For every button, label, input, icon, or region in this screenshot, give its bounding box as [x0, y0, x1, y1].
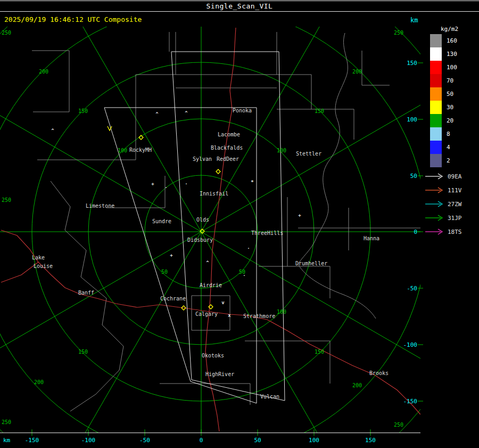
- legend-level-value: 160: [447, 37, 457, 44]
- x-axis-tick-label: -100: [81, 437, 96, 444]
- legend-level-row: 4: [430, 141, 457, 154]
- legend-level-value: 2: [447, 157, 450, 164]
- y-axis-tick-label: -150: [398, 398, 417, 405]
- legend-level-row: 8: [430, 127, 457, 141]
- y-axis-tick-label: -100: [398, 341, 417, 348]
- legend-level-value: 8: [447, 131, 450, 137]
- x-axis-tick-label: 0: [200, 437, 203, 444]
- legend-level-row: 160: [430, 34, 457, 47]
- y-axis-tick-label: -50: [398, 285, 417, 292]
- radar-map-canvas[interactable]: [0, 0, 479, 448]
- x-axis-tick-label: -150: [25, 437, 39, 444]
- x-axis-tick-label: 100: [309, 437, 319, 444]
- radar-viewer-window: Single_Scan_VIL 2025/09/19 16:46:12 UTC …: [0, 0, 479, 448]
- radar-site-row: 27ZW: [425, 197, 462, 211]
- legend-color-swatch: [430, 74, 442, 87]
- x-axis-tick-label: -50: [139, 437, 150, 444]
- range-ring: [0, 6, 427, 448]
- site-arrow-icon: [425, 229, 445, 235]
- color-scale-legend: 16013010070503020842: [430, 34, 457, 167]
- range-rings: [0, 0, 479, 448]
- legend-level-row: 2: [430, 154, 457, 167]
- station-markers: [108, 126, 220, 310]
- legend-level-value: 100: [447, 64, 457, 71]
- radar-site-legend: 09EA111V27ZW31JP18TS: [425, 169, 462, 239]
- legend-level-value: 20: [447, 117, 453, 124]
- legend-level-row: 20: [430, 114, 457, 127]
- bottom-axis-line: [0, 433, 420, 433]
- town-diamond-marker: [216, 169, 220, 174]
- radar-site-id: 18TS: [448, 229, 462, 235]
- legend-color-swatch: [430, 154, 442, 167]
- y-axis-tick-label: 0: [398, 229, 417, 235]
- legend-unit-label: kg/m2: [441, 26, 458, 32]
- x-axis-tick-label: 150: [365, 437, 376, 444]
- legend-level-value: 70: [447, 77, 453, 84]
- site-arrow-icon: [425, 215, 445, 221]
- legend-level-row: 30: [430, 101, 457, 114]
- legend-level-row: 70: [430, 74, 457, 87]
- legend-level-row: 100: [430, 61, 457, 74]
- axis-ticks: [32, 63, 423, 436]
- highways: [1, 28, 420, 431]
- legend-color-swatch: [430, 141, 442, 154]
- azimuth-spokes: [0, 0, 479, 448]
- legend-color-swatch: [430, 101, 442, 114]
- legend-color-swatch: [430, 127, 442, 141]
- radar-site-id: 09EA: [448, 173, 462, 180]
- legend-level-row: 130: [430, 47, 457, 61]
- radar-site-row: 09EA: [425, 169, 462, 183]
- legend-color-swatch: [430, 114, 442, 127]
- radar-site-row: 111V: [425, 183, 462, 197]
- radar-site-id: 111V: [448, 187, 462, 194]
- azimuth-spoke: [0, 0, 479, 448]
- legend-color-swatch: [430, 87, 442, 101]
- legend-level-value: 130: [447, 51, 457, 58]
- radar-site-id: 31JP: [448, 215, 462, 222]
- legend-level-value: 30: [447, 104, 453, 111]
- site-arrow-icon: [425, 201, 445, 207]
- x-axis-unit-label: km: [3, 437, 10, 444]
- legend-color-swatch: [430, 34, 442, 47]
- legend-level-value: 4: [447, 144, 450, 151]
- legend-level-value: 50: [447, 91, 453, 97]
- range-ring: [0, 0, 479, 448]
- county-boundaries: [32, 32, 420, 411]
- site-arrow-icon: [425, 173, 445, 180]
- x-axis-tick-label: 50: [254, 437, 261, 444]
- radar-site-row: 18TS: [425, 225, 462, 239]
- y-axis-tick-label: 150: [398, 60, 417, 67]
- y-axis-tick-label: 100: [398, 116, 417, 123]
- azimuth-spoke: [0, 0, 479, 448]
- radar-site-row: 31JP: [425, 211, 462, 225]
- legend-color-swatch: [430, 61, 442, 74]
- y-axis-tick-label: 50: [398, 173, 417, 180]
- radar-site-id: 27ZW: [448, 201, 462, 208]
- legend-color-swatch: [430, 47, 442, 61]
- site-arrow-icon: [425, 187, 445, 193]
- legend-level-row: 50: [430, 87, 457, 101]
